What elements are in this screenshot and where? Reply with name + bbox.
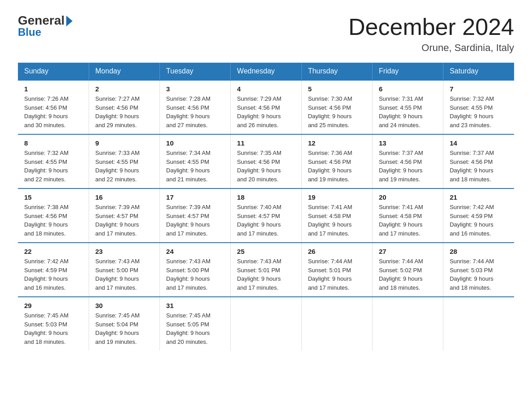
day-cell: 17 Sunrise: 7:39 AM Sunset: 4:57 PM Dayl… <box>160 188 231 243</box>
header-monday: Monday <box>89 63 159 80</box>
day-cell: 11 Sunrise: 7:35 AM Sunset: 4:56 PM Dayl… <box>231 134 301 188</box>
week-row-5: 29 Sunrise: 7:45 AM Sunset: 5:03 PM Dayl… <box>18 297 514 351</box>
day-cell <box>301 297 372 351</box>
logo-arrow-icon <box>66 16 73 26</box>
week-row-2: 8 Sunrise: 7:32 AM Sunset: 4:55 PM Dayli… <box>18 134 514 188</box>
day-info: Sunrise: 7:30 AM Sunset: 4:56 PM Dayligh… <box>308 94 366 129</box>
day-info: Sunrise: 7:39 AM Sunset: 4:57 PM Dayligh… <box>166 203 224 238</box>
day-info: Sunrise: 7:43 AM Sunset: 5:00 PM Dayligh… <box>95 257 153 292</box>
day-info: Sunrise: 7:45 AM Sunset: 5:03 PM Dayligh… <box>24 311 82 346</box>
day-info: Sunrise: 7:44 AM Sunset: 5:03 PM Dayligh… <box>450 257 508 292</box>
day-info: Sunrise: 7:28 AM Sunset: 4:56 PM Dayligh… <box>166 94 224 129</box>
page-header: General Blue December 2024 Orune, Sardin… <box>18 13 514 54</box>
week-row-1: 1 Sunrise: 7:26 AM Sunset: 4:56 PM Dayli… <box>18 80 514 134</box>
day-cell: 27 Sunrise: 7:44 AM Sunset: 5:02 PM Dayl… <box>372 243 443 297</box>
day-cell: 6 Sunrise: 7:31 AM Sunset: 4:55 PM Dayli… <box>372 80 443 134</box>
day-info: Sunrise: 7:37 AM Sunset: 4:56 PM Dayligh… <box>450 149 508 184</box>
day-cell: 12 Sunrise: 7:36 AM Sunset: 4:56 PM Dayl… <box>301 134 372 188</box>
calendar-table: SundayMondayTuesdayWednesdayThursdayFrid… <box>18 63 514 351</box>
day-cell: 30 Sunrise: 7:45 AM Sunset: 5:04 PM Dayl… <box>89 297 159 351</box>
day-cell: 5 Sunrise: 7:30 AM Sunset: 4:56 PM Dayli… <box>301 80 372 134</box>
day-info: Sunrise: 7:41 AM Sunset: 4:58 PM Dayligh… <box>308 203 366 238</box>
day-info: Sunrise: 7:45 AM Sunset: 5:05 PM Dayligh… <box>166 311 224 346</box>
day-number: 6 <box>379 85 437 93</box>
day-info: Sunrise: 7:34 AM Sunset: 4:55 PM Dayligh… <box>166 149 224 184</box>
day-number: 16 <box>95 193 153 201</box>
day-info: Sunrise: 7:33 AM Sunset: 4:55 PM Dayligh… <box>95 149 153 184</box>
day-info: Sunrise: 7:40 AM Sunset: 4:57 PM Dayligh… <box>237 203 295 238</box>
day-number: 28 <box>450 248 508 255</box>
day-cell: 10 Sunrise: 7:34 AM Sunset: 4:55 PM Dayl… <box>160 134 231 188</box>
week-row-3: 15 Sunrise: 7:38 AM Sunset: 4:56 PM Dayl… <box>18 188 514 243</box>
day-number: 30 <box>95 302 153 309</box>
month-title: December 2024 <box>348 13 514 40</box>
day-cell: 9 Sunrise: 7:33 AM Sunset: 4:55 PM Dayli… <box>89 134 159 188</box>
day-cell: 15 Sunrise: 7:38 AM Sunset: 4:56 PM Dayl… <box>18 188 89 243</box>
day-info: Sunrise: 7:36 AM Sunset: 4:56 PM Dayligh… <box>308 149 366 184</box>
day-cell: 14 Sunrise: 7:37 AM Sunset: 4:56 PM Dayl… <box>443 134 514 188</box>
day-cell: 31 Sunrise: 7:45 AM Sunset: 5:05 PM Dayl… <box>160 297 231 351</box>
day-cell <box>443 297 514 351</box>
day-number: 15 <box>24 193 82 201</box>
day-cell: 23 Sunrise: 7:43 AM Sunset: 5:00 PM Dayl… <box>89 243 159 297</box>
day-number: 1 <box>24 85 82 93</box>
logo-blue-text: Blue <box>18 26 41 39</box>
day-cell: 4 Sunrise: 7:29 AM Sunset: 4:56 PM Dayli… <box>231 80 301 134</box>
day-number: 9 <box>95 139 153 147</box>
day-number: 31 <box>166 302 224 309</box>
week-row-4: 22 Sunrise: 7:42 AM Sunset: 4:59 PM Dayl… <box>18 243 514 297</box>
header-sunday: Sunday <box>18 63 89 80</box>
header-thursday: Thursday <box>301 63 372 80</box>
day-number: 14 <box>450 139 508 147</box>
logo: General Blue <box>18 13 73 39</box>
day-number: 20 <box>379 193 437 201</box>
day-number: 18 <box>237 193 295 201</box>
day-cell <box>231 297 301 351</box>
header-saturday: Saturday <box>443 63 514 80</box>
day-info: Sunrise: 7:42 AM Sunset: 4:59 PM Dayligh… <box>24 257 82 292</box>
day-number: 21 <box>450 193 508 201</box>
calendar-header-row: SundayMondayTuesdayWednesdayThursdayFrid… <box>18 63 514 80</box>
day-number: 5 <box>308 85 366 93</box>
day-info: Sunrise: 7:45 AM Sunset: 5:04 PM Dayligh… <box>95 311 153 346</box>
header-wednesday: Wednesday <box>231 63 301 80</box>
day-number: 17 <box>166 193 224 201</box>
day-info: Sunrise: 7:41 AM Sunset: 4:58 PM Dayligh… <box>379 203 437 238</box>
day-cell: 16 Sunrise: 7:39 AM Sunset: 4:57 PM Dayl… <box>89 188 159 243</box>
day-cell: 18 Sunrise: 7:40 AM Sunset: 4:57 PM Dayl… <box>231 188 301 243</box>
day-cell: 2 Sunrise: 7:27 AM Sunset: 4:56 PM Dayli… <box>89 80 159 134</box>
day-number: 4 <box>237 85 295 93</box>
day-cell: 7 Sunrise: 7:32 AM Sunset: 4:55 PM Dayli… <box>443 80 514 134</box>
day-info: Sunrise: 7:44 AM Sunset: 5:02 PM Dayligh… <box>379 257 437 292</box>
day-number: 11 <box>237 139 295 147</box>
day-info: Sunrise: 7:37 AM Sunset: 4:56 PM Dayligh… <box>379 149 437 184</box>
day-number: 7 <box>450 85 508 93</box>
day-info: Sunrise: 7:43 AM Sunset: 5:00 PM Dayligh… <box>166 257 224 292</box>
day-number: 2 <box>95 85 153 93</box>
day-info: Sunrise: 7:27 AM Sunset: 4:56 PM Dayligh… <box>95 94 153 129</box>
location-title: Orune, Sardinia, Italy <box>348 42 514 54</box>
day-cell: 22 Sunrise: 7:42 AM Sunset: 4:59 PM Dayl… <box>18 243 89 297</box>
day-cell: 24 Sunrise: 7:43 AM Sunset: 5:00 PM Dayl… <box>160 243 231 297</box>
day-info: Sunrise: 7:44 AM Sunset: 5:01 PM Dayligh… <box>308 257 366 292</box>
day-number: 24 <box>166 248 224 255</box>
day-number: 26 <box>308 248 366 255</box>
day-cell: 3 Sunrise: 7:28 AM Sunset: 4:56 PM Dayli… <box>160 80 231 134</box>
day-number: 25 <box>237 248 295 255</box>
day-cell: 1 Sunrise: 7:26 AM Sunset: 4:56 PM Dayli… <box>18 80 89 134</box>
day-info: Sunrise: 7:32 AM Sunset: 4:55 PM Dayligh… <box>450 94 508 129</box>
day-info: Sunrise: 7:38 AM Sunset: 4:56 PM Dayligh… <box>24 203 82 238</box>
title-area: December 2024 Orune, Sardinia, Italy <box>348 13 514 54</box>
day-info: Sunrise: 7:29 AM Sunset: 4:56 PM Dayligh… <box>237 94 295 129</box>
day-number: 12 <box>308 139 366 147</box>
day-info: Sunrise: 7:39 AM Sunset: 4:57 PM Dayligh… <box>95 203 153 238</box>
day-number: 13 <box>379 139 437 147</box>
day-info: Sunrise: 7:42 AM Sunset: 4:59 PM Dayligh… <box>450 203 508 238</box>
day-info: Sunrise: 7:31 AM Sunset: 4:55 PM Dayligh… <box>379 94 437 129</box>
day-cell: 25 Sunrise: 7:43 AM Sunset: 5:01 PM Dayl… <box>231 243 301 297</box>
day-number: 22 <box>24 248 82 255</box>
day-number: 29 <box>24 302 82 309</box>
day-cell: 28 Sunrise: 7:44 AM Sunset: 5:03 PM Dayl… <box>443 243 514 297</box>
day-number: 27 <box>379 248 437 255</box>
day-cell: 20 Sunrise: 7:41 AM Sunset: 4:58 PM Dayl… <box>372 188 443 243</box>
